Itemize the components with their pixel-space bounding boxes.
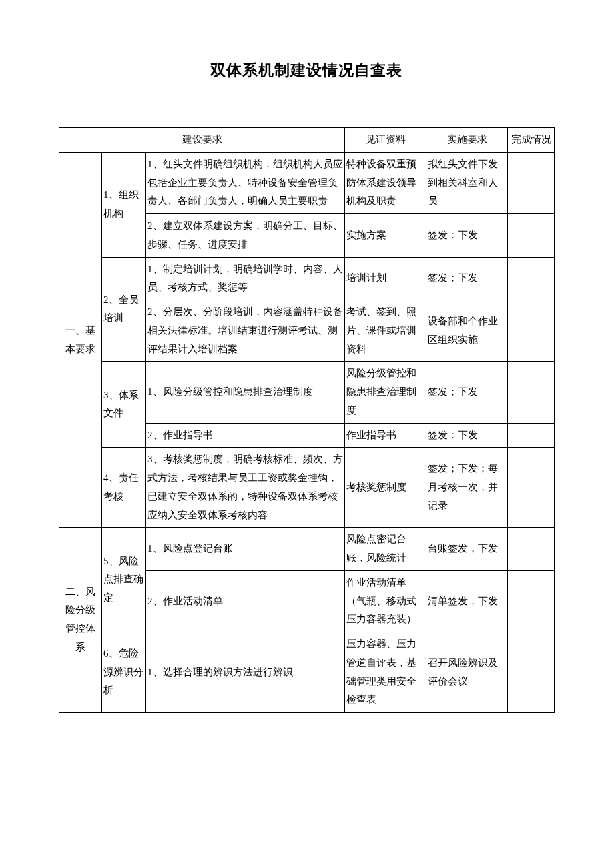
- header-evidence: 见证资料: [345, 128, 426, 153]
- cell-evidence: 考试、签到、照片、课件或培训资料: [345, 300, 426, 362]
- cell-impl: 拟红头文件下发到相关科室和人员: [426, 152, 508, 213]
- cell-req: 2、作业指导书: [146, 423, 345, 448]
- cell-evidence: 作业指导书: [345, 423, 426, 448]
- cell-req: 2、作业活动清单: [146, 570, 345, 632]
- header-requirement: 建设要求: [59, 128, 345, 153]
- cell-impl: 召开风险辨识及评价会议: [426, 632, 508, 713]
- cell-req: 1、风险分级管控和隐患排查治理制度: [146, 362, 345, 423]
- cell-impl: 签发；下发；每月考核一次，并记录: [426, 448, 508, 528]
- cell-evidence: 特种设备双重预防体系建设领导机构及职责: [345, 152, 426, 213]
- cell-status: [508, 214, 555, 258]
- group-label: 4、责任考核: [102, 448, 146, 528]
- self-inspection-table: 建设要求 见证资料 实施要求 完成情况 一、基本要求 1、组织机构 1、红头文件…: [59, 127, 555, 713]
- cell-req: 3、考核奖惩制度，明确考核标准、频次、方式方法，考核结果与员工工资或奖金挂钩，已…: [146, 448, 345, 528]
- group-label: 3、体系文件: [102, 362, 146, 448]
- cell-evidence: 风险分级管控和隐患排查治理制度: [345, 362, 426, 423]
- cell-req: 1、风险点登记台账: [146, 528, 345, 571]
- cell-impl: 签发；下发: [426, 257, 508, 300]
- cell-impl: 台账签发，下发: [426, 528, 508, 571]
- cell-status: [508, 632, 555, 713]
- header-impl: 实施要求: [426, 128, 508, 153]
- cell-evidence: 作业活动清单（气瓶、移动式压力容器充装）: [345, 570, 426, 632]
- cell-req: 1、红头文件明确组织机构，组织机构人员应包括企业主要负责人、特种设备安全管理负责…: [146, 152, 345, 213]
- section-label: 二、风险分级管控体系: [59, 528, 102, 713]
- cell-impl: 清单签发，下发: [426, 570, 508, 632]
- group-label: 5、风险点排查确定: [102, 528, 146, 632]
- group-label: 1、组织机构: [102, 152, 146, 257]
- section-label: 一、基本要求: [59, 152, 102, 528]
- cell-status: [508, 257, 555, 300]
- cell-impl: 签发；下发: [426, 362, 508, 423]
- cell-req: 1、选择合理的辨识方法进行辨识: [146, 632, 345, 713]
- cell-evidence: 培训计划: [345, 257, 426, 300]
- cell-status: [508, 570, 555, 632]
- cell-status: [508, 448, 555, 528]
- cell-req: 1、制定培训计划，明确培训学时、内容、人员、考核方式、奖惩等: [146, 257, 345, 300]
- group-label: 2、全员培训: [102, 257, 146, 362]
- cell-status: [508, 423, 555, 448]
- cell-status: [508, 362, 555, 423]
- header-status: 完成情况: [508, 128, 555, 153]
- cell-status: [508, 528, 555, 571]
- cell-evidence: 压力容器、压力管道自评表，基础管理类用安全检查表: [345, 632, 426, 713]
- cell-evidence: 考核奖惩制度: [345, 448, 426, 528]
- cell-impl: 签发：下发: [426, 214, 508, 258]
- cell-req: 2、分层次、分阶段培训，内容涵盖特种设备相关法律标准。培训结束进行测评考试、测评…: [146, 300, 345, 362]
- page-title: 双体系机制建设情况自查表: [59, 60, 554, 81]
- cell-evidence: 风险点密记台账，风险统计: [345, 528, 426, 571]
- cell-evidence: 实施方案: [345, 214, 426, 258]
- cell-impl: 签发：下发: [426, 423, 508, 448]
- cell-req: 2、建立双体系建设方案，明确分工、目标、步骤、任务、进度安排: [146, 214, 345, 258]
- cell-status: [508, 152, 555, 213]
- group-label: 6、危险源辨识分析: [102, 632, 146, 713]
- cell-status: [508, 300, 555, 362]
- cell-impl: 设备部和个作业区组织实施: [426, 300, 508, 362]
